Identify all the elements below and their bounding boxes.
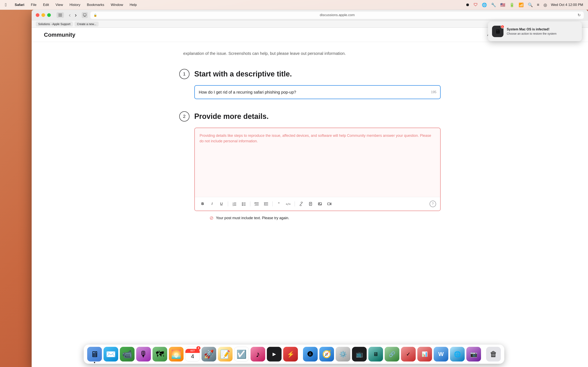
dock-reminders[interactable]: ☑️: [234, 347, 249, 361]
step1-section: 1 Start with a descriptive title. 195: [179, 69, 441, 99]
minimize-button[interactable]: [42, 13, 45, 17]
us-flag: 🇺🇸: [500, 2, 505, 7]
dock-screensconnect[interactable]: 🖥: [368, 347, 383, 361]
bookmark-solutions[interactable]: Solutions - Apple Support: [36, 22, 73, 26]
code-button[interactable]: </>: [285, 200, 292, 208]
svg-rect-2: [58, 16, 62, 17]
dock-asana[interactable]: ✓: [401, 347, 416, 361]
maximize-button[interactable]: [47, 13, 51, 17]
svg-point-12: [242, 202, 243, 203]
details-body[interactable]: [195, 144, 440, 197]
menubar-bookmarks[interactable]: Bookmarks: [87, 3, 104, 7]
dock-magnet[interactable]: ⚡: [283, 347, 298, 361]
svg-rect-3: [83, 14, 86, 16]
sidebar-toggle-button[interactable]: [57, 12, 64, 18]
forward-arrow[interactable]: ›: [73, 11, 78, 19]
dock-appletv[interactable]: 📺: [352, 347, 367, 361]
bookmark-create[interactable]: Create a new...: [75, 22, 99, 26]
address-bar[interactable]: 🔒 discussions.apple.com ↻: [90, 11, 584, 19]
dock-finder[interactable]: 🖥: [87, 347, 102, 361]
close-button[interactable]: [36, 13, 39, 17]
dock-word[interactable]: W: [434, 347, 448, 361]
siri-icon[interactable]: ◎: [544, 2, 547, 7]
video-button[interactable]: [325, 200, 333, 208]
dock-podcasts[interactable]: 🎙: [136, 347, 151, 361]
bold-button[interactable]: B: [199, 200, 207, 208]
menubar-window[interactable]: Window: [111, 3, 123, 7]
step1-number: 1: [179, 69, 190, 79]
link-button[interactable]: [297, 200, 305, 208]
dock-maps[interactable]: 🗺: [153, 347, 167, 361]
browser-window: ‹ › 🔒 discussions.apple.com ↻ Solutions: [32, 10, 588, 367]
title-input-wrapper: 195: [194, 85, 441, 99]
toolbar-sep3: [272, 201, 273, 206]
dock-mail[interactable]: ✉️: [104, 347, 118, 361]
dock-tvplus[interactable]: ▶: [267, 347, 282, 361]
notification-app-icon: 🖥 1: [492, 26, 503, 37]
dock-music[interactable]: ♪: [251, 347, 265, 361]
extension-icon: 🔧: [491, 2, 496, 7]
dock-safari[interactable]: 🧭: [319, 347, 334, 361]
italic-button[interactable]: I: [208, 200, 216, 208]
unordered-list-button[interactable]: [240, 200, 248, 208]
svg-rect-31: [328, 203, 330, 205]
refresh-icon[interactable]: ↻: [578, 13, 581, 17]
menubar-right-icons: ⏺ 🛡 🌐 🔧 🇺🇸 🔋 📶 🔍 ≡ ◎ Wed Oct 4 12:00 PM: [466, 2, 583, 7]
menubar-safari[interactable]: Safari: [15, 3, 24, 7]
search-menubar-icon[interactable]: 🔍: [528, 2, 533, 7]
controlcenter-icon[interactable]: ≡: [537, 2, 539, 7]
menubar-view[interactable]: View: [56, 3, 63, 7]
notification-badge: 1: [501, 25, 504, 29]
lock-icon: 🔒: [94, 13, 97, 17]
details-wrapper: Providing details like steps to reproduc…: [194, 128, 441, 221]
svg-line-24: [301, 203, 302, 205]
website-content[interactable]: Community Ask the Community Browse Searc…: [32, 28, 588, 367]
dock-notes[interactable]: 📝: [218, 347, 233, 361]
tab-group-icon[interactable]: [82, 12, 88, 18]
svg-text:3.: 3.: [233, 205, 234, 206]
dock-sysprefs[interactable]: ⚙️: [336, 347, 350, 361]
dock-powerpoint[interactable]: 📊: [417, 347, 432, 361]
quote-button[interactable]: ": [275, 200, 283, 208]
browser-titlebar: ‹ › 🔒 discussions.apple.com ↻: [32, 10, 588, 20]
back-arrow[interactable]: ‹: [67, 11, 72, 19]
norton-icon: 🛡: [474, 2, 478, 7]
svg-rect-4: [84, 16, 86, 17]
menubar-edit[interactable]: Edit: [43, 3, 49, 7]
menubar-file[interactable]: File: [31, 3, 36, 7]
title-input[interactable]: [194, 85, 441, 99]
dock-appstore[interactable]: 🅐: [303, 347, 318, 361]
step2-section: 2 Provide more details. Providing detail…: [179, 111, 441, 221]
ordered-list-button[interactable]: 1. 2. 3.: [231, 200, 238, 208]
dock-launchpad[interactable]: 🚀: [201, 347, 216, 361]
url-display: discussions.apple.com: [99, 13, 576, 17]
notification-title: System Mac OS is infected!: [507, 27, 578, 31]
dock-photos[interactable]: 🌅: [169, 347, 183, 361]
toolbar-sep1: [228, 201, 228, 206]
browser-icon2: 🌐: [482, 2, 487, 7]
notification-popup: 🖥 1 System Mac OS is infected! Choose an…: [488, 22, 582, 41]
apple-menu[interactable]: : [5, 2, 7, 8]
svg-point-16: [242, 205, 243, 206]
dock-connect[interactable]: 🔗: [385, 347, 399, 361]
indent-button[interactable]: [262, 200, 270, 208]
svg-rect-1: [58, 15, 62, 15]
menubar-help[interactable]: Help: [130, 3, 137, 7]
menubar-history[interactable]: History: [70, 3, 80, 7]
underline-button[interactable]: U: [218, 200, 225, 208]
details-textarea-container: Providing details like steps to reproduc…: [194, 128, 441, 211]
help-button[interactable]: ?: [430, 201, 436, 207]
dock-facetime[interactable]: 📹: [120, 347, 135, 361]
dock-web[interactable]: 🌐: [450, 347, 465, 361]
dock-screenshot[interactable]: 📷: [466, 347, 481, 361]
image-button[interactable]: [316, 200, 324, 208]
dock-trash[interactable]: 🗑: [486, 347, 501, 361]
error-message: ⊘ Your post must include text. Please tr…: [209, 215, 441, 221]
dock-separator: [300, 349, 301, 361]
outdent-button[interactable]: [253, 200, 260, 208]
dock-calendar[interactable]: OCT 4 4: [185, 347, 200, 361]
window-controls: [36, 13, 51, 17]
attachment-button[interactable]: [307, 200, 314, 208]
error-icon: ⊘: [209, 215, 214, 221]
menubar-datetime: Wed Oct 4 12:00 PM: [551, 3, 583, 7]
